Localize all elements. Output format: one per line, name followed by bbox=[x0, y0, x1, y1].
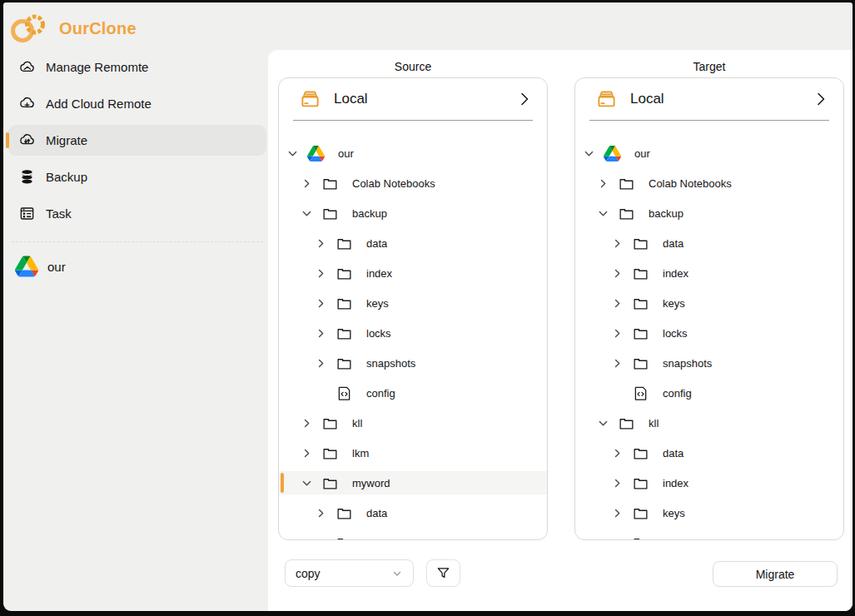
tree-row[interactable]: keys bbox=[279, 288, 547, 318]
tree-item-label: locks bbox=[663, 537, 688, 541]
sidebar-item-add-cloud-remote[interactable]: Add Cloud Remote bbox=[8, 88, 266, 119]
tree-item-label: snapshots bbox=[663, 357, 712, 370]
folder-icon bbox=[632, 355, 649, 372]
tree-item-label: our bbox=[338, 147, 354, 160]
chevron-down-icon[interactable] bbox=[584, 148, 594, 159]
sidebar-item-manage-remomte[interactable]: Manage Remomte bbox=[8, 52, 266, 82]
folder-icon bbox=[321, 415, 339, 432]
chevron-right-icon[interactable] bbox=[316, 298, 326, 309]
chevron-right-icon[interactable] bbox=[612, 358, 623, 369]
tree-row[interactable]: config bbox=[575, 378, 843, 408]
chevron-down-icon[interactable] bbox=[598, 418, 609, 429]
tree-item-label: config bbox=[663, 387, 692, 400]
target-panel: Local ourColab Notebooksbackupdataindexk… bbox=[574, 77, 844, 540]
folder-icon bbox=[618, 205, 635, 222]
tree-item-label: kll bbox=[352, 417, 362, 430]
tree-item-label: myword bbox=[352, 477, 390, 489]
chevron-right-icon[interactable] bbox=[316, 268, 326, 279]
chevron-right-icon[interactable] bbox=[316, 358, 326, 369]
tree-row[interactable]: data bbox=[575, 438, 843, 468]
cloudMigrate-icon bbox=[18, 132, 36, 149]
folder-icon bbox=[321, 205, 339, 222]
tree-item-label: index bbox=[366, 267, 392, 280]
chevron-right-icon[interactable] bbox=[612, 508, 623, 519]
chevron-right-icon[interactable] bbox=[612, 328, 623, 339]
chevron-right-icon[interactable] bbox=[517, 92, 532, 107]
chevron-down-icon[interactable] bbox=[301, 478, 312, 489]
tree-row[interactable]: locks bbox=[279, 318, 547, 348]
folder-icon bbox=[321, 175, 339, 192]
tree-item-label: kll bbox=[649, 417, 659, 430]
tree-row[interactable]: data bbox=[279, 498, 547, 528]
database-icon bbox=[18, 168, 36, 186]
folder-icon bbox=[632, 504, 649, 522]
folder-icon bbox=[632, 325, 649, 342]
chevron-down-icon[interactable] bbox=[287, 148, 298, 159]
tree-item-label: backup bbox=[649, 207, 684, 220]
chevron-right-icon[interactable] bbox=[301, 418, 312, 429]
tree-row[interactable]: index bbox=[279, 528, 547, 540]
chevron-right-icon[interactable] bbox=[612, 298, 623, 309]
chevron-down-icon[interactable] bbox=[598, 208, 609, 219]
tree-row[interactable]: snapshots bbox=[575, 348, 843, 378]
chevron-right-icon[interactable] bbox=[316, 328, 326, 339]
tree-row[interactable]: myword bbox=[279, 468, 547, 498]
mode-select-value: copy bbox=[296, 567, 391, 580]
chevron-right-icon[interactable] bbox=[301, 178, 312, 189]
tree-row[interactable]: kll bbox=[575, 408, 843, 438]
tree-item-label: data bbox=[663, 237, 684, 250]
folder-icon bbox=[321, 445, 339, 462]
tree-row[interactable]: locks bbox=[575, 528, 843, 540]
tree-row[interactable]: index bbox=[575, 258, 843, 288]
folder-icon bbox=[632, 235, 649, 252]
tree-row[interactable]: Colab Notebooks bbox=[279, 168, 547, 198]
tree-row[interactable]: Colab Notebooks bbox=[575, 168, 843, 198]
tree-row[interactable]: backup bbox=[575, 198, 843, 228]
app-brand: OurClone bbox=[8, 11, 137, 46]
sidebar-remote-our[interactable]: our bbox=[8, 252, 266, 281]
chevron-right-icon[interactable] bbox=[612, 478, 623, 489]
active-indicator bbox=[6, 132, 9, 148]
tree-row[interactable]: our bbox=[575, 138, 843, 168]
mode-select[interactable]: copy bbox=[285, 559, 414, 587]
sidebar-item-backup[interactable]: Backup bbox=[8, 161, 266, 192]
tree-row[interactable]: locks bbox=[575, 318, 843, 348]
folder-icon bbox=[618, 175, 635, 192]
chevron-right-icon[interactable] bbox=[612, 538, 623, 541]
chevron-right-icon[interactable] bbox=[316, 538, 326, 541]
sidebar-item-label: Add Cloud Remote bbox=[46, 97, 152, 111]
tree-item-label: our bbox=[634, 147, 650, 160]
tree-row[interactable]: index bbox=[575, 468, 843, 498]
tree-row[interactable]: lkm bbox=[279, 438, 547, 468]
tree-row[interactable]: keys bbox=[575, 288, 843, 318]
target-root-header[interactable]: Local bbox=[575, 78, 843, 120]
folder-icon bbox=[632, 445, 649, 462]
tree-row[interactable]: data bbox=[575, 228, 843, 258]
sidebar-item-label: Task bbox=[46, 206, 72, 221]
tree-row[interactable]: our bbox=[279, 138, 547, 168]
tree-row[interactable]: keys bbox=[575, 498, 843, 528]
tree-item-label: data bbox=[366, 507, 387, 519]
tree-row[interactable]: backup bbox=[279, 198, 547, 228]
chevron-right-icon[interactable] bbox=[612, 238, 623, 249]
selected-indicator bbox=[281, 473, 284, 493]
chevron-right-icon[interactable] bbox=[316, 238, 326, 249]
tree-row[interactable]: config bbox=[279, 378, 547, 408]
chevron-right-icon[interactable] bbox=[598, 178, 609, 189]
source-root-header[interactable]: Local bbox=[279, 78, 547, 120]
chevron-right-icon[interactable] bbox=[316, 508, 326, 519]
tree-row[interactable]: snapshots bbox=[279, 348, 547, 378]
tree-row[interactable]: index bbox=[279, 258, 547, 288]
tree-row[interactable]: kll bbox=[279, 408, 547, 438]
chevron-right-icon[interactable] bbox=[612, 448, 623, 459]
chevron-right-icon[interactable] bbox=[612, 268, 623, 279]
migrate-button[interactable]: Migrate bbox=[713, 561, 838, 587]
filter-button[interactable] bbox=[426, 559, 460, 587]
chevron-down-icon[interactable] bbox=[301, 208, 312, 219]
sidebar-item-migrate[interactable]: Migrate bbox=[8, 125, 266, 156]
chevron-right-icon[interactable] bbox=[813, 92, 828, 107]
chevron-right-icon[interactable] bbox=[301, 448, 312, 459]
folder-icon bbox=[336, 235, 353, 252]
tree-row[interactable]: data bbox=[279, 228, 547, 258]
sidebar-item-task[interactable]: Task bbox=[8, 198, 266, 229]
